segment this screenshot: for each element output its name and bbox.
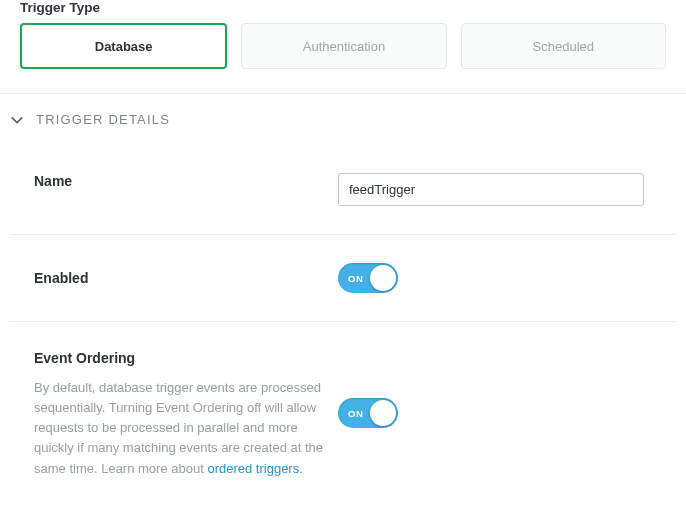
row-name: Name (10, 145, 676, 235)
event-ordering-label: Event Ordering (34, 350, 338, 366)
row-event-ordering: Event Ordering By default, database trig… (10, 322, 676, 507)
name-label: Name (34, 173, 338, 189)
trigger-details-header[interactable]: TRIGGER DETAILS (0, 94, 686, 145)
event-ordering-toggle[interactable]: ON (338, 398, 398, 428)
tab-authentication[interactable]: Authentication (241, 23, 446, 69)
tab-database[interactable]: Database (20, 23, 227, 69)
trigger-type-label: Trigger Type (20, 0, 666, 15)
ordered-triggers-link[interactable]: ordered triggers. (207, 461, 302, 476)
toggle-knob (370, 400, 396, 426)
section-title: TRIGGER DETAILS (36, 112, 170, 127)
event-ordering-help: By default, database trigger events are … (34, 378, 324, 479)
name-input[interactable] (338, 173, 644, 206)
toggle-knob (370, 265, 396, 291)
enabled-label: Enabled (34, 270, 338, 286)
enabled-toggle[interactable]: ON (338, 263, 398, 293)
tab-scheduled[interactable]: Scheduled (461, 23, 666, 69)
row-enabled: Enabled ON (10, 235, 676, 322)
chevron-down-icon (10, 113, 24, 127)
trigger-type-tabs: Database Authentication Scheduled (20, 23, 666, 69)
event-ordering-toggle-text: ON (348, 408, 363, 419)
enabled-toggle-text: ON (348, 273, 363, 284)
